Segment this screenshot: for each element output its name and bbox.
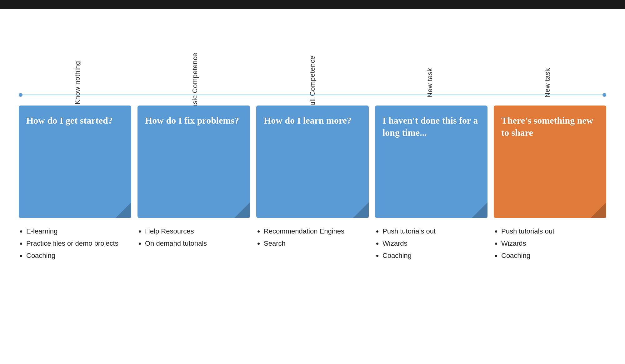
sticky-note-4: I haven't done this for a long time...	[375, 106, 488, 218]
bullet-item: Help Resources	[145, 227, 250, 236]
label-basic-competence: Basic Competence	[191, 53, 199, 113]
content-section: How do I get started? E-learning Practic…	[19, 106, 606, 263]
sticky-note-text-4: I haven't done this for a long time...	[382, 114, 480, 139]
col-label-5: New task	[489, 79, 606, 87]
bullet-item: Coaching	[501, 251, 606, 261]
label-full-competence: Full Competence	[308, 56, 317, 110]
bullet-item: On demand tutorials	[145, 239, 250, 248]
top-bar	[0, 0, 625, 9]
sticky-note-5: There's something new to share	[494, 106, 606, 218]
bullet-item: Practice files or demo projects	[26, 239, 131, 248]
main-content: Know nothing Basic Competence Full Compe…	[0, 9, 625, 364]
timeline-line	[19, 93, 606, 97]
bullet-item: Search	[264, 239, 369, 248]
note-wrapper-4: I haven't done this for a long time...	[375, 106, 488, 218]
sticky-note-text-5: There's something new to share	[501, 114, 599, 139]
label-know-nothing: Know nothing	[73, 61, 82, 104]
col-label-4: New task	[371, 79, 489, 87]
bullet-item: Wizards	[382, 239, 488, 248]
timeline-line-inner	[19, 95, 606, 95]
sticky-note-text-2: How do I fix problems?	[145, 114, 239, 126]
column-4: I haven't done this for a long time... P…	[375, 106, 488, 263]
col-labels: Know nothing Basic Competence Full Compe…	[19, 18, 606, 93]
bullet-item: Wizards	[501, 239, 606, 248]
sticky-note-3: How do I learn more?	[256, 106, 369, 218]
bullet-list-3: Recommendation Engines Search	[256, 227, 369, 248]
bullet-item: Coaching	[382, 251, 488, 261]
sticky-note-text-1: How do I get started?	[26, 114, 113, 126]
column-1: How do I get started? E-learning Practic…	[19, 106, 131, 263]
column-3: How do I learn more? Recommendation Engi…	[256, 106, 369, 263]
note-wrapper-3: How do I learn more?	[256, 106, 369, 218]
bullet-item: Push tutorials out	[501, 227, 606, 236]
column-5: There's something new to share Push tuto…	[494, 106, 606, 263]
col-label-3: Full Competence	[254, 79, 371, 87]
sticky-note-1: How do I get started?	[19, 106, 131, 218]
sticky-note-text-3: How do I learn more?	[264, 114, 352, 126]
bullet-item: Recommendation Engines	[264, 227, 369, 236]
bullet-item: Coaching	[26, 251, 131, 261]
bullet-list-1: E-learning Practice files or demo projec…	[19, 227, 131, 260]
bullet-list-4: Push tutorials out Wizards Coaching	[375, 227, 488, 260]
sticky-note-2: How do I fix problems?	[138, 106, 250, 218]
col-label-2: Basic Competence	[136, 79, 254, 87]
timeline-section: Know nothing Basic Competence Full Compe…	[19, 18, 606, 106]
note-wrapper-2: How do I fix problems?	[138, 106, 250, 218]
bullet-item: Push tutorials out	[382, 227, 488, 236]
bullet-list-2: Help Resources On demand tutorials	[138, 227, 250, 248]
column-2: How do I fix problems? Help Resources On…	[138, 106, 250, 263]
bullet-item: E-learning	[26, 227, 131, 236]
bullet-list-5: Push tutorials out Wizards Coaching	[494, 227, 606, 260]
note-wrapper-1: How do I get started?	[19, 106, 131, 218]
note-wrapper-5: There's something new to share	[494, 106, 606, 218]
col-label-1: Know nothing	[19, 79, 136, 87]
